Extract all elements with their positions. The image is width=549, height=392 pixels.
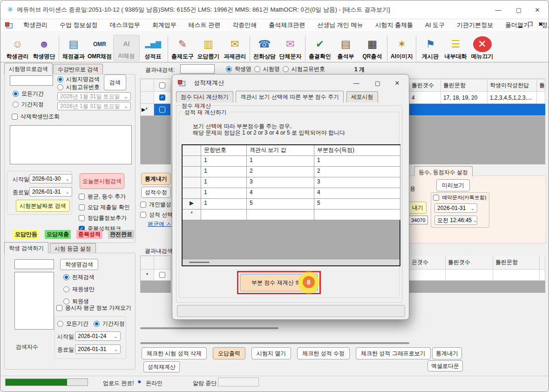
choice-value-cell[interactable] <box>247 210 314 220</box>
send-button-fragment[interactable]: 내기 <box>409 202 427 214</box>
stats-button-2[interactable]: 통계내기 <box>432 347 462 359</box>
menu-item[interactable]: 테스트 관련 <box>183 19 227 31</box>
score-select-checkbox[interactable] <box>140 212 146 218</box>
tab-search-by-class[interactable]: 수강반으로 검색 <box>53 64 103 74</box>
student-all-period-row[interactable]: 모든기간 <box>57 320 88 328</box>
choice-value-cell[interactable]: 3 <box>247 177 314 188</box>
exam-name-radio[interactable] <box>57 76 63 82</box>
grid1-row1-answers[interactable]: 1,2,3,4,5,1,2,3,... <box>488 92 537 104</box>
choice-value-cell[interactable]: 4 <box>247 188 314 199</box>
minimize-button[interactable]: — <box>489 3 508 16</box>
avg-info-checkbox[interactable] <box>56 305 62 311</box>
dialog-maximize-button[interactable]: ▢ <box>370 76 386 89</box>
toolbar-button[interactable]: ☎ 전화상담 <box>250 36 277 61</box>
tab-grade-setting[interactable]: 시험 등급 설정 <box>50 243 96 253</box>
per-student-checkbox[interactable] <box>140 202 146 208</box>
date-to-combo[interactable]: 2026년 1월 31일 토요일⌄ <box>57 102 131 110</box>
exam-name-radio-row[interactable]: 시험지명검색 <box>57 75 100 83</box>
dialog-tab[interactable]: 점수 다시 계산하기 <box>176 91 233 102</box>
student-name-radio[interactable] <box>226 66 232 72</box>
exam-result-listbox[interactable] <box>10 125 132 164</box>
student-period-radio[interactable] <box>94 321 100 327</box>
average-link[interactable]: 평균에 ㅅ <box>148 220 171 228</box>
partial-score-cell[interactable]: 1 <box>314 156 400 167</box>
student-end-combo[interactable]: 2026-01-31⌄ <box>75 345 121 354</box>
choice-value-cell[interactable]: 1 <box>247 156 314 167</box>
partial-score-cell[interactable] <box>314 210 400 220</box>
stats-button[interactable]: 통계내기 <box>141 173 171 185</box>
exam-id-radio-row[interactable]: 시험고유번호 <box>57 83 100 91</box>
menu-item[interactable]: 시험지 출제툴 <box>369 19 419 31</box>
score-option-row[interactable]: 오답 제출일 확인 <box>79 203 130 211</box>
tab-search-by-exam-name[interactable]: 시험명으로검색 <box>4 63 53 74</box>
choice-value-cell[interactable]: 2 <box>247 167 314 177</box>
reserve-time-combo[interactable]: 오전 12:46:45⌄ <box>434 216 477 225</box>
dialog-minimize-button[interactable]: — <box>348 76 364 89</box>
select-all-checkbox[interactable] <box>159 82 165 88</box>
exam-name-radio2[interactable] <box>254 66 260 72</box>
toolbar-button[interactable]: ✕ 메뉴끄기 <box>469 36 495 61</box>
student-scope-radio-row[interactable]: 재원생만 <box>63 285 95 293</box>
close-button[interactable]: ✕ <box>528 3 547 16</box>
reserve-sms-checkbox[interactable] <box>433 195 439 201</box>
menu-item[interactable]: 각종인쇄 <box>226 19 263 31</box>
grid1-col-wrong-items[interactable]: 틀린문항 <box>441 79 488 92</box>
student-listbox[interactable] <box>14 272 54 330</box>
table-row[interactable]: * <box>183 210 400 220</box>
partial-score-cell[interactable]: 2 <box>314 167 400 177</box>
grid1-row2-check-cell[interactable] <box>154 104 171 116</box>
exam-keyword-input[interactable] <box>10 75 53 86</box>
toolbar-button[interactable]: ☻ 학생명단 <box>31 36 57 61</box>
per-student-checkbox-row[interactable]: 개인별성 <box>140 201 171 209</box>
table-row[interactable]: 1 4 4 <box>183 188 400 199</box>
results-radio-student[interactable]: 학생명 <box>226 65 251 73</box>
edit-score-button[interactable]: 성적수정 <box>141 187 171 198</box>
maximize-button[interactable]: ▢ <box>509 3 528 16</box>
row1-checkbox[interactable] <box>159 95 165 101</box>
table-row[interactable]: ▶ 1 5 5 <box>183 199 400 210</box>
student-period-row[interactable]: 기간지정 <box>94 320 125 328</box>
grid2-row-checkbox[interactable] <box>159 272 165 278</box>
partial-score-cell[interactable]: 3 <box>314 177 400 188</box>
student-name-search-button[interactable]: 학생명검색 <box>60 259 98 270</box>
date-from-combo[interactable]: 2026년 1월 31일 토요일⌄ <box>57 92 131 101</box>
menu-item[interactable]: 기관기본정보 <box>451 19 499 31</box>
menu-item[interactable]: 데스크업무 <box>104 19 146 31</box>
mdi-minimize-icon[interactable]: ▁ <box>518 21 522 27</box>
table-row[interactable]: 1 1 1 <box>183 156 400 167</box>
alarm-input[interactable] <box>218 378 259 386</box>
question-no-cell[interactable] <box>201 210 247 220</box>
score-option-row[interactable]: 평균, 등수 추가 <box>79 193 130 201</box>
dialog-close-button[interactable]: ✕ <box>389 76 405 89</box>
student-scope-radio-row[interactable]: 전체검색 <box>63 273 95 281</box>
menu-item[interactable]: 회계업무 <box>146 19 183 31</box>
results-radio-exam-id[interactable]: 시험고유번호 <box>283 65 325 73</box>
search-by-exam-date-button[interactable]: 시험본날짜로 검색 <box>16 200 70 212</box>
mdi-restore-icon[interactable]: ❐ <box>528 21 533 27</box>
grid1-row2-selected[interactable] <box>409 104 545 116</box>
table-row[interactable]: 1 2 2 <box>183 167 400 177</box>
menu-item[interactable]: 학생관리 <box>17 19 54 31</box>
question-no-cell[interactable]: 1 <box>201 199 247 210</box>
tab-student-search[interactable]: 학생 검색하기 <box>4 242 48 253</box>
bottom-button[interactable]: 체크한 성적 그래프로보기 <box>356 347 431 359</box>
bottom-button[interactable]: 시험지 열기 <box>251 347 291 359</box>
table-hscroll-thumb[interactable] <box>189 262 210 263</box>
student-all-period-radio[interactable] <box>57 321 63 327</box>
question-no-cell[interactable]: 1 <box>201 177 247 188</box>
partial-score-cell[interactable]: 5 <box>314 199 400 210</box>
toolbar-button[interactable]: ▤ 채점결과 <box>59 36 86 61</box>
toolbar-button[interactable]: ⚑ 게시판 <box>416 36 442 61</box>
menu-item[interactable]: 출석체크관련 <box>263 19 311 31</box>
toolbar-button[interactable]: ▥ 오답뽑기 <box>195 36 222 61</box>
deleted-students-row[interactable]: 삭제학생만조회 <box>12 113 60 121</box>
exam-id-radio[interactable] <box>57 84 63 90</box>
period-radio-row[interactable]: 기간지정 <box>13 101 44 108</box>
bottom-button[interactable]: 체크한 성적 수정 <box>297 347 350 359</box>
grid1-row1-wrong-count[interactable]: 4 <box>409 92 441 104</box>
student-scope-radio[interactable] <box>63 286 69 292</box>
start-date-combo[interactable]: 2026-01-30⌄ <box>29 174 72 183</box>
table-hscrollbar[interactable] <box>183 259 400 265</box>
grid1-row1-wrong-items[interactable]: 17, 18, 19, 20 <box>441 92 488 104</box>
table-row[interactable]: 1 3 3 <box>183 177 400 188</box>
